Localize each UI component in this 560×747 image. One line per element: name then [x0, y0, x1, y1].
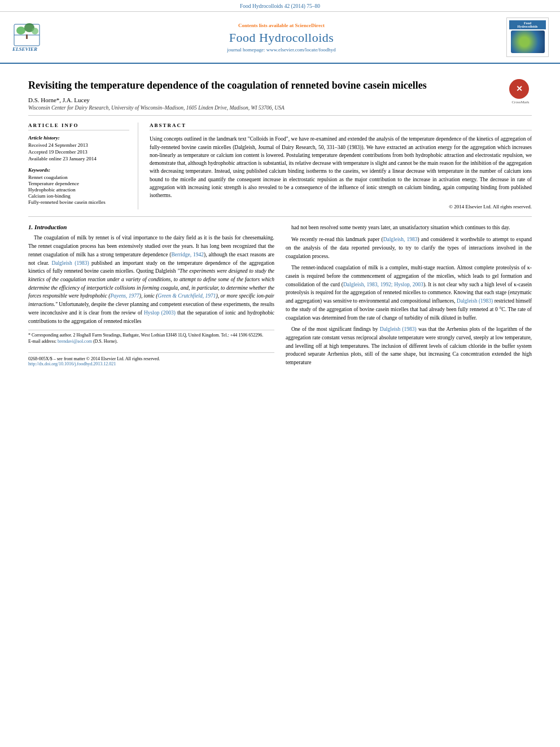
section-divider: [28, 216, 532, 217]
abstract-heading-text: Abstract: [150, 123, 186, 128]
body-left-col: 1. Introduction The coagulation of milk …: [28, 224, 274, 370]
svg-point-4: [32, 28, 38, 34]
journal-header: ELSEVIER Contents lists available at Sci…: [0, 12, 560, 64]
fh-cover-image: [511, 30, 545, 53]
accepted-date: Accepted 19 December 2013: [28, 149, 129, 155]
received-date: Received 24 September 2013: [28, 142, 129, 148]
body-right-col: had not been resolved some twenty years …: [286, 224, 532, 370]
dalgleish-quote: "The experiments were designed to study …: [28, 268, 274, 307]
fh-top-label: FoodHydrocolloids: [509, 20, 546, 29]
issn-line: 0268-005X/$ – see front matter © 2014 El…: [28, 356, 274, 361]
email-label: E-mail address:: [28, 339, 56, 344]
main-content: Revisiting the temperature dependence of…: [0, 64, 560, 382]
ref-dalgleish-1983c: Dalgleish (1983): [457, 298, 493, 304]
top-bar: Food Hydrocolloids 42 (2014) 75–80: [0, 0, 560, 12]
footnote-star-text: * Corresponding author. 2 Hoghall Farm S…: [28, 333, 274, 338]
history-label: Article history:: [28, 135, 129, 141]
keyword-2: Temperature dependence: [28, 181, 129, 186]
footer-bar: 0268-005X/$ – see front matter © 2014 El…: [28, 352, 274, 366]
body-right-text: had not been resolved some twenty years …: [286, 224, 532, 367]
intro-heading: 1. Introduction: [28, 224, 274, 230]
article-info-col: Article Info Article history: Received 2…: [28, 123, 138, 209]
affiliation: Wisconsin Center for Dairy Research, Uni…: [28, 105, 501, 111]
ref-dalgleish-1983b: Dalgleish, 1983: [383, 237, 418, 242]
food-hydro-logo-box: FoodHydrocolloids: [506, 18, 549, 57]
body-right-para-3: The rennet-induced coagulation of milk i…: [286, 264, 532, 322]
journal-ref: Food Hydrocolloids 42 (2014) 75–80: [240, 3, 320, 9]
sciencedirect-label: Contents lists available at: [238, 23, 294, 28]
article-info-heading: Article Info: [28, 123, 129, 130]
keywords-label: Keywords:: [28, 167, 129, 173]
authors: D.S. Horne*, J.A. Lucey: [28, 97, 501, 103]
keyword-3: Hydrophobic attraction: [28, 187, 129, 193]
ref-green: Green & Crutchfield, 1971: [158, 293, 216, 299]
body-para-1: The coagulation of milk by rennet is of …: [28, 234, 274, 325]
article-title-section: Revisiting the temperature dependence of…: [28, 71, 532, 116]
crossmark-label: CrossMark: [509, 100, 532, 104]
journal-title-center: Contents lists available at ScienceDirec…: [62, 23, 501, 53]
footnote-section: * Corresponding author. 2 Hoghall Farm S…: [28, 330, 274, 344]
keyword-1: Rennet coagulation: [28, 174, 129, 180]
ref-hyslop: Hyslop (2003): [144, 310, 176, 316]
body-right-para-4: One of the most significant findings by …: [286, 325, 532, 367]
keywords-section: Keywords: Rennet coagulation Temperature…: [28, 167, 129, 205]
ref-payens: Payens, 1977: [110, 293, 139, 299]
body-content: 1. Introduction The coagulation of milk …: [28, 224, 532, 370]
abstract-text: Using concepts outlined in the landmark …: [150, 135, 532, 199]
article-title: Revisiting the temperature dependence of…: [28, 79, 501, 92]
svg-text:ELSEVIER: ELSEVIER: [12, 46, 37, 52]
footnote-email: E-mail address: brendavi@aol.com (D.S. H…: [28, 339, 274, 344]
keyword-5: Fully-renneted bovine casein micelles: [28, 199, 129, 205]
abstract-heading: Abstract: [150, 123, 532, 130]
sciencedirect-line: Contents lists available at ScienceDirec…: [62, 23, 501, 28]
elsevier-logo: ELSEVIER: [11, 20, 56, 55]
crossmark-icon: ✕: [509, 79, 529, 99]
ref-berridge: Berridge, 1942: [171, 252, 204, 257]
journal-homepage: journal homepage: www.elsevier.com/locat…: [62, 47, 501, 53]
svg-rect-5: [26, 34, 28, 39]
doi-link: http://dx.doi.org/10.1016/j.foodhyd.2013…: [28, 361, 274, 366]
svg-point-2: [16, 27, 25, 34]
journal-main-title: Food Hydrocolloids: [62, 30, 501, 45]
body-left-text: The coagulation of milk by rennet is of …: [28, 234, 274, 325]
crossmark: ✕ CrossMark: [509, 79, 532, 104]
ref-dalgleish-1983: Dalgleish (1983): [51, 260, 89, 266]
body-right-para-2: We recently re-read this landmark paper …: [286, 235, 532, 260]
ref-dalgleish-1983d: Dalgleish (1983): [380, 326, 417, 332]
email-suffix: (D.S. Horne).: [93, 339, 118, 344]
ref-dalgleish-1992: Dalgleish, 1983, 1992; Hyslop, 2003: [343, 282, 423, 287]
sciencedirect-brand: ScienceDirect: [295, 23, 325, 28]
keyword-4: Calcium ion-binding: [28, 193, 129, 199]
article-info-heading-text: Article Info: [28, 123, 78, 128]
available-date: Available online 23 January 2014: [28, 156, 129, 161]
abstract-col: Abstract Using concepts outlined in the …: [150, 123, 532, 209]
copyright-line: © 2014 Elsevier Ltd. All rights reserved…: [150, 204, 532, 209]
email-address: brendavi@aol.com: [58, 339, 92, 344]
body-right-para-1: had not been resolved some twenty years …: [286, 224, 532, 232]
author-names: D.S. Horne*, J.A. Lucey: [28, 97, 90, 103]
article-info-abstract-row: Article Info Article history: Received 2…: [28, 123, 532, 209]
